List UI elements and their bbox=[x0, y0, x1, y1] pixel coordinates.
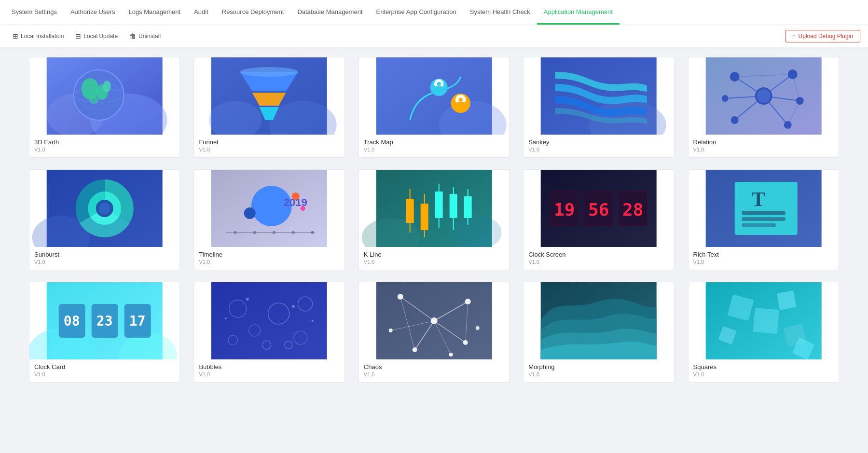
plugin-name-bubbles: Bubbles bbox=[199, 363, 339, 371]
plugin-name-chaos: Chaos bbox=[364, 363, 504, 371]
plugin-card-morphing[interactable]: MorphingV1.0 bbox=[523, 282, 674, 383]
svg-point-46 bbox=[730, 116, 738, 124]
plugin-card-timeline[interactable]: 2019 TimelineV1.0 bbox=[193, 169, 344, 270]
plugin-card-sunburst[interactable]: SunburstV1.0 bbox=[29, 169, 180, 270]
svg-point-125 bbox=[463, 340, 468, 345]
svg-text:23: 23 bbox=[96, 313, 113, 329]
svg-point-109 bbox=[292, 305, 295, 308]
plugin-card-clock-screen[interactable]: 19 56 28 Clock ScreenV1.0 bbox=[523, 169, 674, 270]
svg-point-62 bbox=[311, 231, 314, 234]
svg-point-41 bbox=[757, 89, 770, 103]
plugin-thumbnail-rich-text: T bbox=[689, 170, 839, 247]
svg-point-123 bbox=[430, 317, 437, 324]
svg-point-45 bbox=[784, 121, 791, 129]
svg-point-60 bbox=[273, 231, 276, 234]
svg-rect-76 bbox=[464, 196, 471, 218]
svg-rect-70 bbox=[420, 204, 428, 230]
plugin-thumbnail-clock-screen: 19 56 28 bbox=[524, 170, 674, 247]
plugin-card-rich-text[interactable]: T Rich TextV1.0 bbox=[688, 169, 839, 270]
plugin-thumbnail-timeline: 2019 bbox=[194, 170, 344, 247]
plugin-thumbnail-sunburst bbox=[29, 170, 179, 247]
svg-text:08: 08 bbox=[64, 313, 80, 329]
nav-item-authorize-users[interactable]: Authorize Users bbox=[64, 0, 122, 25]
upload-debug-button[interactable]: ↑ Upload Debug Plugin bbox=[785, 30, 860, 42]
svg-point-44 bbox=[796, 97, 803, 105]
uninstall-label: Uninstall bbox=[138, 33, 161, 40]
plugin-card-squares[interactable]: SquaresV1.0 bbox=[688, 282, 839, 383]
plugin-version-morphing: V1.0 bbox=[528, 371, 669, 377]
svg-point-22 bbox=[437, 82, 441, 86]
local-install-button[interactable]: ⊞ Local Installation bbox=[8, 30, 69, 42]
svg-point-59 bbox=[253, 231, 256, 234]
svg-rect-135 bbox=[753, 308, 779, 334]
upload-icon: ↑ bbox=[793, 33, 796, 40]
svg-text:2019: 2019 bbox=[284, 196, 307, 208]
svg-point-122 bbox=[465, 299, 470, 304]
plugin-thumbnail-chaos bbox=[359, 282, 509, 359]
svg-point-42 bbox=[730, 72, 739, 82]
nav-item-logs-management[interactable]: Logs Management bbox=[122, 0, 187, 25]
plugin-name-track-map: Track Map bbox=[364, 138, 504, 146]
plugin-grid-container: 3D EarthV1.0 FunnelV1.0 bbox=[0, 47, 868, 453]
svg-text:19: 19 bbox=[554, 200, 575, 220]
svg-point-17 bbox=[240, 67, 298, 77]
svg-text:T: T bbox=[751, 188, 765, 210]
plugin-name-rich-text: Rich Text bbox=[693, 251, 834, 258]
plugin-thumbnail-bubbles bbox=[194, 282, 344, 359]
svg-rect-74 bbox=[449, 194, 457, 218]
svg-point-7 bbox=[89, 96, 99, 104]
nav-item-database-management[interactable]: Database Management bbox=[290, 0, 369, 25]
plugin-thumbnail-k-line bbox=[359, 170, 509, 247]
plugin-card-sankey[interactable]: SankeyV1.0 bbox=[523, 57, 674, 158]
plugin-thumbnail-sankey bbox=[524, 57, 674, 135]
plugin-card-relation[interactable]: RelationV1.0 bbox=[688, 57, 839, 158]
upload-debug-label: Upload Debug Plugin bbox=[799, 33, 853, 40]
plugin-version-clock-screen: V1.0 bbox=[528, 259, 669, 265]
svg-point-124 bbox=[412, 347, 417, 352]
plugin-version-relation: V1.0 bbox=[693, 147, 834, 152]
local-update-button[interactable]: ⊟ Local Update bbox=[70, 30, 123, 42]
plugin-card-chaos[interactable]: ChaosV1.0 bbox=[358, 282, 510, 383]
svg-text:28: 28 bbox=[622, 200, 643, 220]
nav-item-audit[interactable]: Audit bbox=[187, 0, 215, 25]
plugin-card-track-map[interactable]: Track MapV1.0 bbox=[358, 57, 510, 158]
svg-point-26 bbox=[458, 98, 462, 102]
svg-point-43 bbox=[787, 69, 797, 79]
local-update-icon: ⊟ bbox=[75, 32, 81, 40]
svg-rect-89 bbox=[742, 223, 775, 227]
plugin-name-funnel: Funnel bbox=[199, 138, 339, 146]
plugin-version-sunburst: V1.0 bbox=[34, 259, 175, 265]
nav-item-system-settings[interactable]: System Settings bbox=[5, 0, 64, 25]
plugin-thumbnail-morphing bbox=[524, 282, 674, 359]
svg-point-111 bbox=[312, 320, 314, 322]
uninstall-button[interactable]: 🗑 Uninstall bbox=[124, 30, 165, 42]
svg-point-121 bbox=[397, 294, 403, 300]
local-install-label: Local Installation bbox=[21, 33, 64, 40]
nav-item-application-management[interactable]: Application Management bbox=[537, 0, 620, 25]
nav-item-enterprise-app-config[interactable]: Enterprise App Configuration bbox=[370, 0, 463, 25]
plugin-name-clock-screen: Clock Screen bbox=[528, 251, 669, 258]
plugin-name-sunburst: Sunburst bbox=[34, 251, 175, 258]
plugin-thumbnail-funnel bbox=[194, 57, 344, 135]
plugin-card-3d-earth[interactable]: 3D EarthV1.0 bbox=[29, 57, 180, 158]
plugin-name-sankey: Sankey bbox=[528, 138, 669, 146]
svg-point-61 bbox=[292, 231, 295, 234]
plugin-card-funnel[interactable]: FunnelV1.0 bbox=[193, 57, 344, 158]
svg-rect-88 bbox=[742, 217, 785, 221]
plugin-version-timeline: V1.0 bbox=[199, 259, 339, 265]
plugin-name-k-line: K Line bbox=[364, 251, 504, 258]
plugin-card-clock-card[interactable]: 08 23 17 Clock CardV1.0 bbox=[29, 282, 180, 383]
plugin-card-k-line[interactable]: K LineV1.0 bbox=[358, 169, 510, 270]
plugin-version-3d-earth: V1.0 bbox=[34, 147, 175, 152]
local-install-icon: ⊞ bbox=[13, 32, 18, 40]
plugin-version-funnel: V1.0 bbox=[199, 147, 339, 152]
svg-point-47 bbox=[721, 95, 728, 102]
plugin-thumbnail-relation bbox=[689, 57, 839, 135]
uninstall-icon: 🗑 bbox=[129, 32, 136, 40]
nav-item-system-health-check[interactable]: System Health Check bbox=[463, 0, 537, 25]
svg-point-5 bbox=[82, 78, 99, 99]
svg-point-128 bbox=[475, 326, 479, 330]
plugin-card-bubbles[interactable]: BubblesV1.0 bbox=[193, 282, 344, 383]
nav-item-resource-deployment[interactable]: Resource Deployment bbox=[215, 0, 291, 25]
svg-text:17: 17 bbox=[129, 313, 146, 329]
